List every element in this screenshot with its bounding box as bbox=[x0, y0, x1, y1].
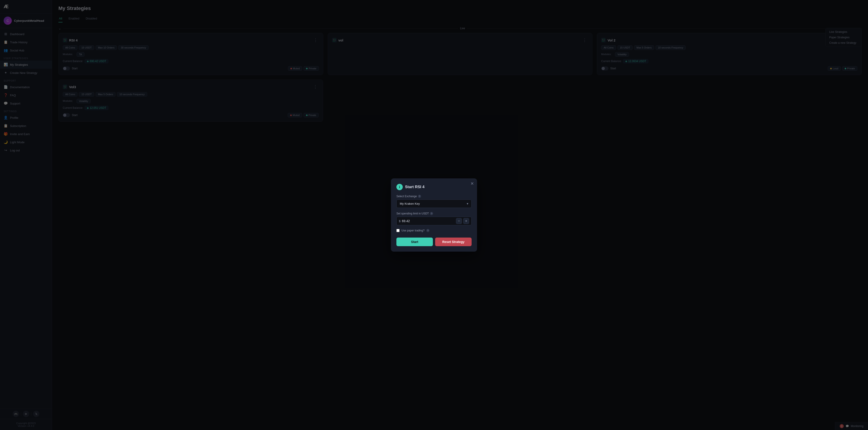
decrement-button[interactable]: − bbox=[456, 218, 462, 224]
increment-button[interactable]: + bbox=[463, 218, 469, 224]
modal-reset-button[interactable]: Reset Strategy bbox=[435, 237, 472, 246]
spend-limit-help-icon[interactable]: ? bbox=[430, 212, 433, 215]
select-exchange-label: Select Exchange ? bbox=[396, 195, 472, 198]
exchange-select[interactable]: My Kraken Key bbox=[396, 199, 472, 208]
modal-overlay[interactable]: ✕ i Start RSI 4 Select Exchange ? My Kra… bbox=[0, 0, 868, 430]
spend-limit-label: Set spending limit in USDT ? bbox=[396, 212, 472, 215]
amount-input[interactable] bbox=[402, 217, 456, 225]
amount-prefix: $ bbox=[399, 220, 401, 223]
paper-trading-checkbox[interactable] bbox=[396, 229, 400, 232]
paper-trading-label[interactable]: Use paper trading? bbox=[401, 229, 425, 232]
select-exchange-help-icon[interactable]: ? bbox=[418, 195, 421, 198]
modal-info-icon: i bbox=[396, 184, 403, 190]
modal-actions: Start Reset Strategy bbox=[396, 237, 472, 246]
exchange-select-wrapper: My Kraken Key ▼ bbox=[396, 199, 472, 208]
paper-trading-row: Use paper trading? ? bbox=[396, 229, 472, 232]
modal-start-button[interactable]: Start bbox=[396, 237, 433, 246]
paper-trading-help-icon[interactable]: ? bbox=[426, 229, 430, 232]
start-rsi4-modal: ✕ i Start RSI 4 Select Exchange ? My Kra… bbox=[391, 178, 477, 252]
amount-stepper: − + bbox=[456, 218, 469, 224]
modal-close-button[interactable]: ✕ bbox=[470, 181, 474, 185]
modal-header: i Start RSI 4 bbox=[396, 184, 472, 190]
modal-title: Start RSI 4 bbox=[405, 185, 425, 189]
amount-input-row: $ − + bbox=[396, 217, 472, 225]
